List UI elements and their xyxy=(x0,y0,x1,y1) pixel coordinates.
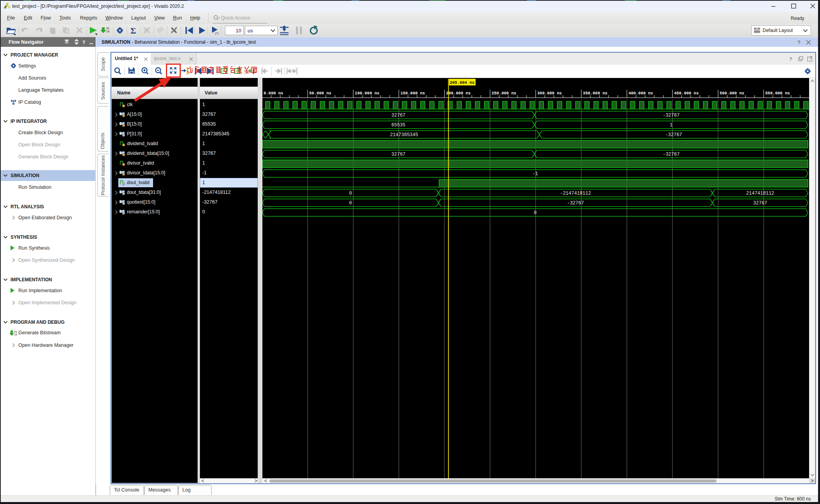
svg-text:-2147418112: -2147418112 xyxy=(560,191,591,196)
svg-text:-32767: -32767 xyxy=(663,152,679,157)
svg-text:01: 01 xyxy=(106,27,109,30)
svg-text:32767: 32767 xyxy=(753,201,767,206)
svg-text:0.000 ns: 0.000 ns xyxy=(264,91,283,96)
svg-text:250.000 ns: 250.000 ns xyxy=(492,91,516,96)
svg-text:200.000 ns: 200.000 ns xyxy=(446,91,471,96)
svg-text:Σ: Σ xyxy=(130,26,136,35)
svg-text:300.000 ns: 300.000 ns xyxy=(537,91,562,96)
svg-text:-32767: -32767 xyxy=(567,201,584,206)
svg-text:10: 10 xyxy=(106,30,109,33)
svg-text:32767: 32767 xyxy=(391,113,405,118)
svg-text:65535: 65535 xyxy=(391,122,405,128)
svg-text:32767: 32767 xyxy=(391,152,405,157)
svg-text:0: 0 xyxy=(349,191,352,196)
svg-text:0: 0 xyxy=(534,210,537,216)
svg-text:450.000 ns: 450.000 ns xyxy=(674,91,699,96)
svg-text:-1: -1 xyxy=(532,171,538,177)
svg-text:01: 01 xyxy=(14,331,17,334)
svg-text:-32767: -32767 xyxy=(665,132,682,138)
svg-text:550.000 ns: 550.000 ns xyxy=(765,91,790,96)
svg-text:400.000 ns: 400.000 ns xyxy=(628,91,653,96)
svg-text:1: 1 xyxy=(670,122,672,128)
svg-text:?: ? xyxy=(789,56,792,62)
svg-text:50.000 ns: 50.000 ns xyxy=(309,91,332,96)
svg-text:2147385345: 2147385345 xyxy=(390,132,418,138)
svg-text:2147418112: 2147418112 xyxy=(746,191,774,196)
svg-text:10: 10 xyxy=(14,334,17,336)
svg-text:205.004 ns: 205.004 ns xyxy=(450,80,474,85)
svg-text:?: ? xyxy=(82,40,85,45)
svg-text:0: 0 xyxy=(349,201,352,206)
svg-text:(T): (T) xyxy=(215,32,219,35)
svg-text:100.000 ns: 100.000 ns xyxy=(355,91,380,96)
svg-text:150.000 ns: 150.000 ns xyxy=(400,91,425,96)
svg-text:500.000 ns: 500.000 ns xyxy=(720,91,744,96)
svg-text:?: ? xyxy=(797,39,800,45)
svg-text:350.000 ns: 350.000 ns xyxy=(583,91,608,96)
svg-text:-32767: -32767 xyxy=(663,113,679,118)
